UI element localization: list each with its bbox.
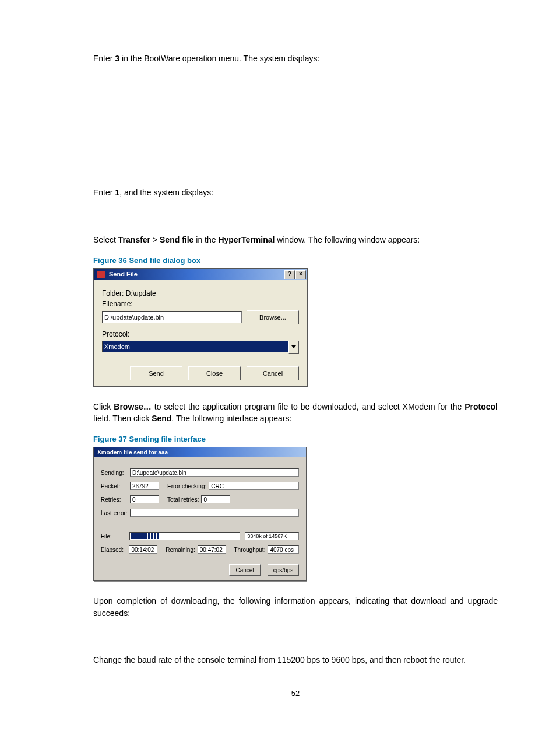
filename-label: Filename: [102,300,299,308]
send-file-dialog: Send File ? × Folder: D:\update Filename… [93,268,308,387]
cancel-button[interactable]: Cancel [229,564,261,576]
dropdown-button[interactable] [288,341,299,354]
packet-label: Packet: [101,483,130,489]
cancel-button[interactable]: Cancel [247,366,299,380]
file-progress-text: 3348k of 14567K [245,532,299,540]
text: in the BootWare operation menu. The syst… [119,54,319,63]
protocol-combo[interactable]: Xmodem [102,341,299,354]
text-bold: 1 [115,188,119,197]
paragraph-1: Enter 3 in the BootWare operation menu. … [93,52,498,64]
close-dialog-button[interactable]: Close [188,366,241,380]
folder-label: Folder: D:\update [102,289,299,298]
error-checking-label: Error checking: [167,483,206,489]
error-checking-value: CRC [209,482,299,490]
browse-button[interactable]: Browse... [247,310,299,324]
app-icon [97,271,105,278]
text: Select [93,235,118,244]
text-bold: Browse… [114,402,152,411]
xmodem-progress-dialog: Xmodem file send for aaa Sending: D:\upd… [93,447,307,581]
throughput-value: 4070 cps [268,545,299,554]
text: Enter [93,54,115,63]
close-button[interactable]: × [295,270,306,279]
progress-bar [129,532,240,540]
paragraph-4: Click Browse… to select the application … [93,401,498,425]
text: to select the application program file t… [152,402,464,411]
last-error-value [130,509,299,517]
remaining-value: 00:47:02 [198,545,226,554]
retries-value: 0 [130,495,159,503]
text-bold: 3 [115,54,119,63]
text: , and the system displays: [119,188,213,197]
figure-36-caption: Figure 36 Send file dialog box [93,256,498,265]
help-button[interactable]: ? [284,270,295,279]
protocol-label: Protocol: [102,330,299,338]
text-bold: Transfer [118,235,150,244]
elapsed-value: 00:14:02 [129,545,157,554]
retries-label: Retries: [101,496,130,503]
paragraph-2: Enter 1, and the system displays: [93,187,498,198]
titlebar[interactable]: Send File ? × [94,269,307,280]
elapsed-label: Elapsed: [101,547,129,553]
paragraph-3: Select Transfer > Send file in the Hyper… [93,234,498,246]
window-title: Send File [109,271,138,278]
text-bold: Send file [160,235,193,244]
text: . The following interface appears: [171,414,291,423]
chevron-down-icon [291,345,296,348]
sending-value: D:\update\update.bin [130,468,299,477]
figure-37-caption: Figure 37 Sending file interface [93,435,498,443]
cpsbps-button[interactable]: cps/bps [268,564,299,576]
total-retries-value: 0 [201,495,230,503]
paragraph-6: Change the baud rate of the console term… [93,654,498,666]
filename-input[interactable] [102,312,242,323]
file-label: File: [101,533,129,540]
paragraph-5: Upon completion of downloading, the foll… [93,595,498,619]
throughput-label: Throughput: [234,547,266,553]
remaining-label: Remaining: [166,547,195,553]
text: in the [193,235,218,244]
text: field. Then click [93,414,152,423]
total-retries-label: Total retries: [167,496,199,503]
protocol-value: Xmodem [102,341,288,352]
text: > [150,235,160,244]
text-bold: Protocol [464,402,498,411]
last-error-label: Last error: [101,510,130,516]
text: Enter [93,188,115,197]
send-button[interactable]: Send [130,366,182,380]
text-bold: HyperTerminal [218,235,275,244]
window-title: Xmodem file send for aaa [97,449,168,456]
text: Click [93,402,114,411]
titlebar[interactable]: Xmodem file send for aaa [94,447,306,457]
sending-label: Sending: [101,470,130,476]
text-bold: Send [152,414,171,423]
packet-value: 26792 [130,482,159,490]
page-number: 52 [93,689,498,698]
text: window. The following window appears: [275,235,420,244]
